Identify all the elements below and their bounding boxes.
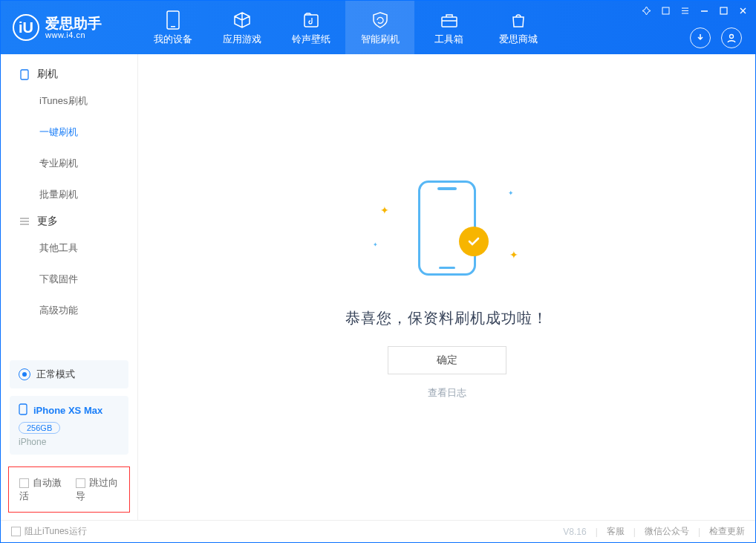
device-info-box[interactable]: iPhone XS Max 256GB iPhone	[10, 396, 128, 455]
nav-my-device[interactable]: 我的设备	[138, 1, 207, 54]
header-bar: iU 爱思助手 www.i4.cn 我的设备 应用游戏 铃声壁纸 智能刷机 工具…	[1, 1, 755, 54]
svg-rect-1	[171, 26, 175, 27]
normal-mode-icon	[19, 368, 30, 380]
feedback-icon[interactable]	[641, 5, 651, 16]
sidebar-item-oneclick-flash[interactable]: 一键刷机	[1, 117, 137, 148]
download-button[interactable]	[690, 27, 711, 48]
sidebar-item-other-tools[interactable]: 其他工具	[1, 233, 137, 264]
app-name: 爱思助手	[45, 16, 102, 30]
sidebar-item-pro-flash[interactable]: 专业刷机	[1, 148, 137, 179]
nav-flash[interactable]: 智能刷机	[345, 1, 414, 54]
version-label: V8.16	[563, 527, 586, 537]
phone-icon	[163, 10, 183, 30]
svg-rect-3	[442, 17, 457, 27]
device-mode-box[interactable]: 正常模式	[10, 360, 128, 388]
more-icon	[19, 216, 30, 227]
footer-bar: 阻止iTunes运行 V8.16 | 客服 | 微信公众号 | 检查更新	[1, 520, 755, 542]
window-controls	[641, 5, 748, 16]
device-icon	[19, 69, 30, 80]
app-url: www.i4.cn	[45, 30, 102, 39]
svg-rect-7	[21, 70, 28, 79]
device-mode-label: 正常模式	[36, 368, 75, 381]
maximize-icon[interactable]	[718, 5, 729, 16]
footer-link-support[interactable]: 客服	[607, 525, 625, 538]
svg-rect-2	[304, 15, 318, 27]
cube-icon	[232, 10, 252, 30]
phone-small-icon	[19, 403, 27, 417]
footer-link-update[interactable]: 检查更新	[709, 525, 745, 538]
sidebar-group-flash: 刷机	[1, 68, 137, 81]
nav-store[interactable]: 爱思商城	[483, 1, 553, 54]
svg-point-6	[730, 35, 734, 39]
svg-rect-4	[662, 7, 669, 14]
device-type: iPhone	[19, 437, 120, 447]
svg-rect-5	[720, 7, 727, 14]
svg-rect-8	[19, 404, 27, 414]
device-storage-badge: 256GB	[19, 422, 60, 434]
toolbox-icon	[439, 10, 460, 30]
music-folder-icon	[301, 10, 322, 30]
main-content: ✦ ✦ ✦ ✦ 恭喜您，保资料刷机成功啦！ 确定 查看日志	[138, 54, 755, 520]
skin-icon[interactable]	[660, 5, 671, 16]
success-title: 恭喜您，保资料刷机成功啦！	[345, 308, 548, 328]
shield-refresh-icon	[370, 10, 391, 30]
view-log-link[interactable]: 查看日志	[428, 386, 466, 400]
sidebar-group-more: 更多	[1, 215, 137, 228]
skip-guide-checkbox[interactable]: 跳过向导	[76, 476, 119, 503]
menu-icon[interactable]	[680, 5, 690, 16]
success-illustration: ✦ ✦ ✦ ✦	[373, 175, 521, 293]
footer-link-wechat[interactable]: 微信公众号	[645, 525, 689, 538]
nav-apps[interactable]: 应用游戏	[207, 1, 276, 54]
nav-toolbox[interactable]: 工具箱	[414, 1, 483, 54]
minimize-icon[interactable]	[699, 5, 709, 16]
close-icon[interactable]	[737, 5, 748, 16]
sidebar-item-advanced[interactable]: 高级功能	[1, 295, 137, 326]
sidebar-item-batch-flash[interactable]: 批量刷机	[1, 179, 137, 210]
auto-activate-checkbox[interactable]: 自动激活	[19, 476, 62, 503]
sidebar-item-download-firmware[interactable]: 下载固件	[1, 264, 137, 295]
block-itunes-checkbox[interactable]: 阻止iTunes运行	[11, 525, 87, 538]
device-name: iPhone XS Max	[33, 405, 102, 416]
sidebar: 刷机 iTunes刷机 一键刷机 专业刷机 批量刷机 更多 其他工具 下载固件 …	[1, 54, 138, 520]
app-logo-icon: iU	[13, 14, 39, 41]
top-nav: 我的设备 应用游戏 铃声壁纸 智能刷机 工具箱 爱思商城	[138, 1, 553, 54]
nav-ringtone[interactable]: 铃声壁纸	[276, 1, 345, 54]
sidebar-item-itunes-flash[interactable]: iTunes刷机	[1, 85, 137, 117]
flash-options-row: 自动激活 跳过向导	[8, 466, 130, 513]
ok-button[interactable]: 确定	[388, 346, 506, 374]
bag-icon	[508, 10, 529, 30]
user-button[interactable]	[721, 27, 742, 48]
check-badge-icon	[459, 227, 489, 256]
logo-block: iU 爱思助手 www.i4.cn	[1, 14, 138, 41]
